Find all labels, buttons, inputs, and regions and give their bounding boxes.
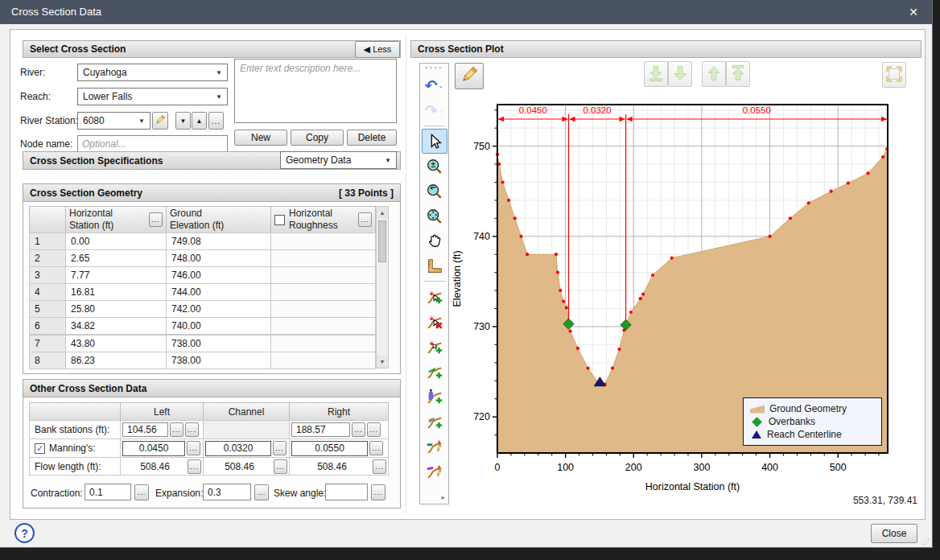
station-cell[interactable]: 7.77	[65, 266, 167, 284]
delete-point-icon	[426, 313, 443, 331]
roughness-cell[interactable]	[270, 283, 376, 301]
station-cell[interactable]: 0.00	[65, 233, 167, 250]
add-obstruction-tool-button[interactable]	[422, 409, 447, 434]
specification-mode-select[interactable]: Geometry Data ▼	[280, 151, 397, 169]
mannings-checkbox[interactable]: ✓	[35, 443, 45, 454]
select-tool-button[interactable]	[422, 129, 447, 154]
scroll-up-icon[interactable]: ▲	[377, 207, 388, 219]
delete-point-tool-button[interactable]	[422, 309, 447, 334]
elevation-cell[interactable]: 738.00	[166, 335, 271, 352]
flow-left-options-button[interactable]: ...	[188, 459, 201, 474]
scrollbar-thumb[interactable]	[378, 220, 386, 262]
station-cell[interactable]: 25.80	[65, 300, 167, 318]
skew-angle-options-button[interactable]: ...	[371, 484, 385, 500]
mannings-left-options-button[interactable]: ...	[187, 441, 200, 455]
station-cell[interactable]: 34.82	[65, 317, 167, 335]
next-station-button[interactable]: ▲	[192, 112, 207, 130]
toolbar-grip-icon[interactable]: ····	[425, 65, 443, 73]
undo-tool-button[interactable]: ↶⌄	[422, 73, 447, 98]
reach-select[interactable]: Lower Falls ▼	[77, 88, 228, 105]
zoom-previous-tool-button[interactable]	[422, 179, 447, 204]
flow-channel-cell[interactable]: 508.46 ...	[203, 457, 290, 476]
elevation-cell[interactable]: 748.00	[166, 249, 271, 267]
roughness-cell[interactable]	[270, 317, 376, 335]
new-button[interactable]: New	[234, 130, 287, 146]
move-point-down-button[interactable]	[668, 61, 692, 87]
roughness-cell[interactable]	[270, 352, 376, 369]
station-cell[interactable]: 86.23	[65, 352, 167, 369]
titlebar[interactable]: Cross Section Data ✕	[0, 0, 932, 24]
geometry-table-scrollbar[interactable]: ▲ ▼	[376, 206, 389, 369]
station-column-options-button[interactable]: ...	[149, 212, 163, 227]
flow-left-cell[interactable]: 508.46 ...	[120, 457, 204, 476]
roughness-column-options-button[interactable]: ...	[358, 212, 372, 227]
description-textarea[interactable]	[234, 59, 397, 123]
move-point-to-top-button[interactable]	[726, 61, 750, 87]
station-list-button[interactable]: ...	[208, 112, 224, 130]
bank-right-pick-button[interactable]: ...	[352, 422, 365, 437]
station-cell[interactable]: 43.80	[65, 335, 167, 352]
bank-left-options-button[interactable]: ...	[185, 422, 199, 437]
move-point-tool-button[interactable]	[422, 334, 447, 359]
roughness-cell[interactable]	[270, 335, 376, 352]
roughness-cell[interactable]	[270, 266, 376, 284]
contraction-input[interactable]	[85, 484, 131, 500]
resize-grip[interactable]: ⋰	[922, 537, 930, 546]
elevation-cell[interactable]: 744.00	[166, 283, 271, 301]
add-levee-tool-button[interactable]	[422, 359, 447, 384]
close-icon[interactable]: ✕	[905, 4, 922, 20]
zoom-in-out-tool-button[interactable]: ±	[422, 154, 447, 179]
roughness-cell[interactable]	[270, 233, 376, 250]
mannings-channel-options-button[interactable]: ...	[273, 441, 287, 455]
elevation-cell[interactable]: 749.08	[166, 233, 271, 250]
contraction-options-button[interactable]: ...	[134, 484, 149, 500]
delete-button[interactable]: Delete	[347, 130, 397, 146]
edit-mannings-tool-button[interactable]	[422, 459, 447, 484]
roughness-cell[interactable]	[270, 300, 376, 318]
station-cell[interactable]: 16.81	[65, 283, 167, 301]
close-button[interactable]: Close	[871, 524, 917, 543]
elevation-cell[interactable]: 738.00	[166, 352, 271, 369]
elevation-cell[interactable]: 746.00	[166, 266, 271, 284]
bank-left-input[interactable]	[122, 422, 168, 437]
scroll-down-icon[interactable]: ▼	[377, 356, 388, 368]
river-station-select[interactable]: 6080 ▼	[77, 112, 150, 130]
expansion-input[interactable]	[203, 484, 251, 500]
redo-tool-button[interactable]: ↷⌄	[422, 98, 447, 123]
move-point-to-bottom-button[interactable]	[644, 61, 668, 87]
help-button[interactable]: ?	[14, 523, 35, 543]
less-button[interactable]: ◀ Less	[355, 41, 400, 58]
add-point-tool-button[interactable]	[422, 284, 447, 309]
edit-geometry-button[interactable]	[455, 63, 484, 89]
move-point-up-button[interactable]	[702, 61, 726, 87]
elevation-cell[interactable]: 742.00	[166, 300, 271, 318]
expansion-options-button[interactable]: ...	[254, 484, 269, 500]
edit-station-button[interactable]	[152, 112, 168, 130]
flow-right-cell[interactable]: 508.46 ...	[289, 457, 389, 476]
river-select[interactable]: Cuyahoga ▼	[77, 64, 228, 81]
bank-right-options-button[interactable]: ...	[367, 422, 381, 437]
node-name-input[interactable]	[77, 135, 228, 153]
zoom-extents-tool-button[interactable]	[422, 204, 447, 229]
mannings-channel-input[interactable]	[205, 441, 271, 456]
previous-station-button[interactable]: ▼	[175, 112, 191, 130]
maximize-plot-button[interactable]	[882, 62, 906, 88]
copy-button[interactable]: Copy	[291, 130, 344, 146]
roughness-cell[interactable]	[270, 249, 376, 267]
geometry-row: 22.65748.00	[29, 249, 376, 266]
mannings-left-input[interactable]	[122, 441, 185, 456]
skew-angle-input[interactable]	[325, 484, 368, 500]
bank-right-input[interactable]	[291, 422, 350, 437]
bank-left-pick-button[interactable]: ...	[170, 422, 183, 437]
mannings-right-input[interactable]	[291, 441, 368, 456]
edit-bank-stations-tool-button[interactable]	[422, 434, 447, 459]
add-ineffective-flow-tool-button[interactable]	[422, 384, 447, 409]
measure-tool-button[interactable]	[422, 253, 447, 278]
flow-channel-options-button[interactable]: ...	[274, 459, 287, 474]
flow-right-options-button[interactable]: ...	[373, 459, 386, 474]
roughness-checkbox[interactable]	[274, 215, 285, 225]
elevation-cell[interactable]: 740.00	[166, 317, 271, 335]
station-cell[interactable]: 2.65	[65, 249, 167, 267]
pan-tool-button[interactable]	[422, 229, 447, 253]
mannings-right-options-button[interactable]: ...	[369, 441, 383, 455]
